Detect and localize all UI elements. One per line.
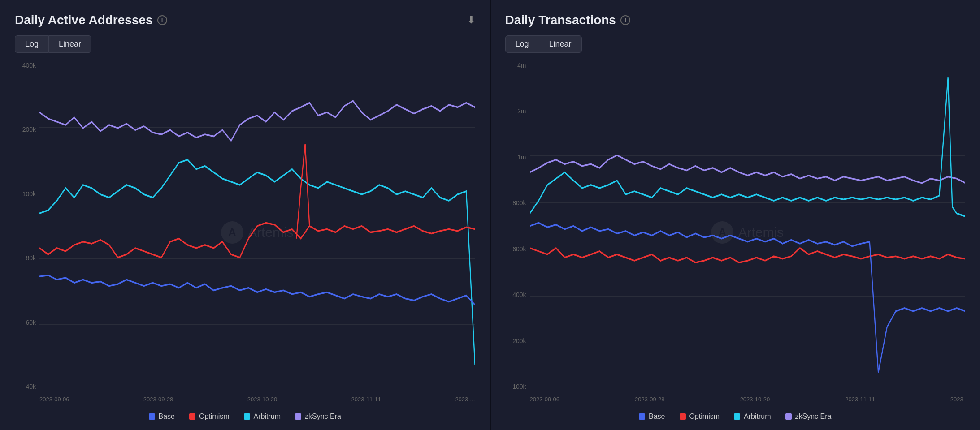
legend-label-arbitrum-right: Arbitrum: [744, 413, 771, 421]
y-label-2: 100k: [22, 190, 36, 198]
legend-item-optimism-right: Optimism: [680, 413, 720, 421]
log-toggle-right[interactable]: Log: [505, 35, 539, 53]
log-toggle-left[interactable]: Log: [15, 35, 48, 53]
legend-dot-optimism-r: [680, 413, 686, 420]
chart-body-left: A Artemis 2023-09-06 2023-09-28 2023-10-…: [39, 62, 475, 403]
chart-svg-left: [39, 62, 475, 390]
legend-label-optimism-right: Optimism: [689, 413, 720, 421]
legend-label-zksync-right: zkSync Era: [795, 413, 832, 421]
x-label-4: 2023-...: [455, 396, 475, 403]
legend-label-arbitrum-left: Arbitrum: [254, 413, 281, 421]
legend-item-zksync-left: zkSync Era: [295, 413, 341, 421]
x-label-0: 2023-09-06: [39, 396, 69, 403]
legend-dot-zksync: [295, 413, 301, 420]
linear-toggle-left[interactable]: Linear: [48, 35, 91, 53]
ry-label-2: 1m: [517, 154, 526, 161]
legend-item-arbitrum-left: Arbitrum: [244, 413, 281, 421]
y-label-1: 200k: [22, 126, 36, 133]
y-label-4: 60k: [26, 319, 36, 326]
info-icon-right[interactable]: i: [620, 15, 630, 25]
rx-label-0: 2023-09-06: [530, 396, 560, 403]
ry-label-1: 2m: [517, 108, 526, 115]
panel-header-right: Daily Transactions i: [505, 13, 966, 27]
rx-label-1: 2023-09-28: [635, 396, 665, 403]
x-axis-right: 2023-09-06 2023-09-28 2023-10-20 2023-11…: [530, 390, 966, 403]
legend-dot-arbitrum: [244, 413, 250, 420]
y-axis-left: 400k 200k 100k 80k 60k 40k: [15, 62, 39, 403]
panel-title-right: Daily Transactions i: [505, 13, 630, 27]
panel-title-left: Daily Active Addresses i: [15, 13, 167, 27]
daily-active-addresses-title: Daily Active Addresses: [15, 13, 153, 27]
rx-label-4: 2023-: [950, 396, 965, 403]
legend-dot-optimism: [189, 413, 195, 420]
ry-label-5: 400k: [512, 291, 526, 298]
daily-transactions-panel: Daily Transactions i Log Linear 4m 2m 1m…: [490, 0, 980, 430]
chart-body-right: A Artemis 2023-09-06 2023-09-28 2023-10-…: [530, 62, 966, 403]
daily-transactions-title: Daily Transactions: [505, 13, 616, 27]
legend-label-optimism-left: Optimism: [199, 413, 230, 421]
y-label-5: 40k: [26, 383, 36, 390]
legend-left: Base Optimism Arbitrum zkSync Era: [15, 409, 475, 421]
legend-label-base-right: Base: [649, 413, 665, 421]
legend-dot-arbitrum-r: [734, 413, 740, 420]
x-label-1: 2023-09-28: [143, 396, 173, 403]
rx-label-3: 2023-11-11: [845, 396, 875, 403]
daily-active-addresses-panel: Daily Active Addresses i ⬇ Log Linear 40…: [0, 0, 490, 430]
legend-dot-base-r: [639, 413, 645, 420]
legend-item-base-left: Base: [149, 413, 175, 421]
x-label-2: 2023-10-20: [247, 396, 278, 403]
legend-label-base-left: Base: [159, 413, 175, 421]
chart-area-left: 400k 200k 100k 80k 60k 40k A Artemis: [15, 62, 475, 403]
legend-dot-zksync-r: [785, 413, 792, 420]
legend-dot-base: [149, 413, 155, 420]
y-label-0: 400k: [22, 62, 36, 69]
x-axis-left: 2023-09-06 2023-09-28 2023-10-20 2023-11…: [39, 390, 475, 403]
chart-area-right: 4m 2m 1m 800k 600k 400k 200k 100k A: [505, 62, 966, 403]
y-axis-right: 4m 2m 1m 800k 600k 400k 200k 100k: [505, 62, 530, 403]
legend-item-optimism-left: Optimism: [189, 413, 230, 421]
panel-header-left: Daily Active Addresses i ⬇: [15, 13, 475, 27]
ry-label-3: 800k: [512, 199, 526, 206]
legend-item-arbitrum-right: Arbitrum: [734, 413, 771, 421]
legend-item-base-right: Base: [639, 413, 665, 421]
info-icon-left[interactable]: i: [157, 15, 167, 25]
legend-label-zksync-left: zkSync Era: [305, 413, 341, 421]
linear-toggle-right[interactable]: Linear: [539, 35, 582, 53]
ry-label-0: 4m: [517, 62, 526, 69]
legend-item-zksync-right: zkSync Era: [785, 413, 832, 421]
toggle-group-right: Log Linear: [505, 35, 966, 53]
y-label-3: 80k: [26, 254, 36, 262]
ry-label-4: 600k: [512, 245, 526, 253]
x-label-3: 2023-11-11: [351, 396, 382, 403]
toggle-group-left: Log Linear: [15, 35, 475, 53]
chart-svg-right: [530, 62, 966, 390]
ry-label-7: 100k: [512, 383, 526, 390]
download-icon-left[interactable]: ⬇: [467, 14, 475, 26]
ry-label-6: 200k: [512, 337, 526, 344]
legend-right: Base Optimism Arbitrum zkSync Era: [505, 409, 966, 421]
rx-label-2: 2023-10-20: [740, 396, 770, 403]
